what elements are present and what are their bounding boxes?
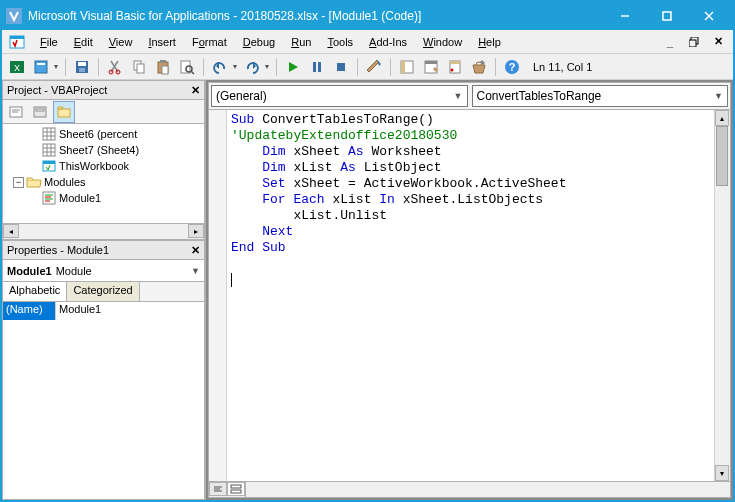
menu-edit[interactable]: Edit	[66, 33, 101, 51]
procedure-combo[interactable]: ConvertTablesToRange ▼	[472, 85, 729, 107]
module-icon	[41, 191, 57, 205]
properties-panel-close-button[interactable]: ✕	[186, 241, 204, 259]
tab-categorized[interactable]: Categorized	[67, 282, 139, 301]
project-hscrollbar[interactable]: ◂ ▸	[2, 224, 205, 240]
project-panel-close-button[interactable]: ✕	[186, 81, 204, 99]
mdi-close-button[interactable]: ✕	[711, 35, 725, 49]
properties-object-name: Module1	[7, 265, 52, 277]
menu-debug[interactable]: Debug	[235, 33, 283, 51]
view-object-icon[interactable]	[29, 101, 51, 123]
minimize-button[interactable]	[605, 4, 645, 28]
tree-item-sheet6[interactable]: Sheet6 (percent	[59, 128, 137, 140]
svg-rect-64	[231, 485, 241, 488]
svg-rect-22	[162, 66, 168, 74]
maximize-button[interactable]	[647, 4, 687, 28]
svg-text:X: X	[14, 63, 20, 73]
close-button[interactable]	[689, 4, 729, 28]
project-panel-title: Project - VBAProject	[7, 84, 107, 96]
help-icon[interactable]: ?	[501, 56, 523, 78]
menu-insert[interactable]: Insert	[140, 33, 184, 51]
chevron-down-icon: ▼	[714, 91, 723, 101]
cursor-position-label: Ln 11, Col 1	[533, 61, 592, 73]
menu-addins[interactable]: Add-Ins	[361, 33, 415, 51]
procedure-view-button[interactable]	[209, 482, 227, 496]
mdi-minimize-button[interactable]: _	[663, 35, 677, 49]
insert-object-dropdown[interactable]: ▼	[52, 63, 60, 70]
object-browser-icon[interactable]	[444, 56, 466, 78]
redo-dropdown[interactable]: ▼	[263, 63, 271, 70]
svg-rect-30	[401, 61, 405, 73]
svg-rect-43	[58, 109, 70, 117]
menu-run[interactable]: Run	[283, 33, 319, 51]
properties-object-type: Module	[56, 265, 92, 277]
svg-rect-32	[425, 61, 437, 64]
tree-item-module1[interactable]: Module1	[59, 192, 101, 204]
collapse-modules-button[interactable]: −	[13, 177, 24, 188]
save-icon[interactable]	[71, 56, 93, 78]
menu-window[interactable]: Window	[415, 33, 470, 51]
project-panel-header: Project - VBAProject ✕	[2, 80, 205, 100]
find-icon[interactable]	[176, 56, 198, 78]
window-title: Microsoft Visual Basic for Applications …	[28, 9, 605, 23]
tree-item-thisworkbook[interactable]: ThisWorkbook	[59, 160, 129, 172]
tree-item-sheet7[interactable]: Sheet7 (Sheet4)	[59, 144, 139, 156]
workbook-icon	[41, 159, 57, 173]
property-value-cell[interactable]: Module1	[55, 302, 204, 320]
toolbox-icon[interactable]	[468, 56, 490, 78]
svg-text:?: ?	[509, 61, 516, 73]
redo-icon[interactable]	[241, 56, 263, 78]
undo-icon[interactable]	[209, 56, 231, 78]
view-excel-icon[interactable]: X	[6, 56, 28, 78]
vba-module-icon	[8, 33, 26, 51]
tab-alphabetic[interactable]: Alphabetic	[3, 282, 67, 301]
menu-file[interactable]: File	[32, 33, 66, 51]
svg-rect-8	[689, 40, 696, 47]
run-icon[interactable]	[282, 56, 304, 78]
svg-rect-11	[35, 61, 47, 73]
properties-object-combo[interactable]: Module1 Module ▼	[2, 260, 205, 282]
procedure-combo-value: ConvertTablesToRange	[477, 89, 602, 103]
svg-rect-56	[43, 192, 55, 204]
property-name-cell: (Name)	[3, 302, 55, 320]
view-code-icon[interactable]	[5, 101, 27, 123]
svg-rect-14	[78, 62, 86, 66]
reset-icon[interactable]	[330, 56, 352, 78]
chevron-down-icon: ▼	[454, 91, 463, 101]
svg-rect-12	[37, 63, 45, 65]
menu-tools[interactable]: Tools	[319, 33, 361, 51]
object-combo[interactable]: (General) ▼	[211, 85, 468, 107]
design-mode-icon[interactable]	[363, 56, 385, 78]
cut-icon[interactable]	[104, 56, 126, 78]
menubar: File Edit View Insert Format Debug Run T…	[2, 30, 733, 54]
toggle-folders-icon[interactable]	[53, 101, 75, 123]
break-icon[interactable]	[306, 56, 328, 78]
svg-rect-26	[313, 62, 316, 72]
menu-help[interactable]: Help	[470, 33, 509, 51]
svg-rect-23	[181, 61, 190, 73]
code-editor[interactable]: Sub ConvertTablesToRange() 'UpdatebyExte…	[227, 110, 714, 481]
svg-rect-27	[318, 62, 321, 72]
svg-line-25	[191, 71, 194, 74]
code-vscrollbar[interactable]: ▴ ▾	[714, 110, 730, 481]
tree-item-modules[interactable]: Modules	[44, 176, 86, 188]
svg-rect-42	[36, 109, 44, 111]
insert-object-icon[interactable]	[30, 56, 52, 78]
menu-view[interactable]: View	[101, 33, 141, 51]
svg-rect-2	[663, 12, 671, 20]
svg-rect-6	[10, 36, 24, 39]
svg-rect-15	[79, 68, 85, 72]
svg-rect-34	[450, 61, 460, 64]
mdi-restore-button[interactable]	[687, 35, 701, 49]
property-row[interactable]: (Name) Module1	[3, 302, 204, 320]
properties-window-icon[interactable]	[420, 56, 442, 78]
full-module-view-button[interactable]	[227, 482, 245, 496]
code-hscrollbar[interactable]	[245, 482, 730, 497]
undo-dropdown[interactable]: ▼	[231, 63, 239, 70]
app-icon	[6, 8, 22, 24]
menu-format[interactable]: Format	[184, 33, 235, 51]
project-explorer-icon[interactable]	[396, 56, 418, 78]
paste-icon[interactable]	[152, 56, 174, 78]
titlebar: Microsoft Visual Basic for Applications …	[2, 2, 733, 30]
copy-icon[interactable]	[128, 56, 150, 78]
worksheet-icon	[41, 143, 57, 157]
